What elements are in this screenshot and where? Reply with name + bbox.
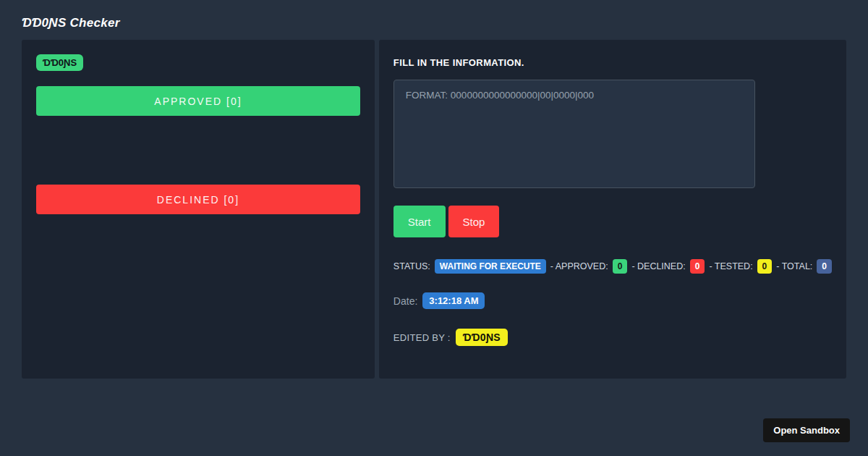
- status-state-badge: WAITING FOR EXECUTE: [435, 259, 546, 274]
- declined-list-button[interactable]: DECLINED [0]: [36, 185, 360, 214]
- edited-by-row: EDITED BY : ƊƊ0ƝS: [393, 329, 832, 346]
- edited-by-label: EDITED BY :: [393, 332, 451, 343]
- status-approved-count: 0: [613, 259, 628, 274]
- form-panel: FILL IN THE INFORMATION. Start Stop STAT…: [379, 40, 846, 379]
- edited-by-badge: ƊƊ0ƝS: [456, 329, 508, 346]
- date-label: Date:: [393, 295, 417, 307]
- status-row: STATUS: WAITING FOR EXECUTE - APPROVED: …: [393, 259, 832, 274]
- date-time-badge: 3:12:18 AM: [422, 292, 485, 309]
- status-total-label: - TOTAL:: [776, 261, 812, 271]
- open-sandbox-button[interactable]: Open Sandbox: [763, 418, 850, 442]
- brand-badge: ƊƊ0ƝS: [36, 54, 83, 71]
- results-panel: ƊƊ0ƝS APPROVED [0] DECLINED [0]: [22, 40, 375, 379]
- action-row: Start Stop: [393, 206, 832, 237]
- page-title: ƊƊ0ƝS Checker: [22, 16, 846, 30]
- stop-button[interactable]: Stop: [448, 206, 500, 237]
- start-button[interactable]: Start: [393, 206, 446, 237]
- main-content: ƊƊ0ƝS APPROVED [0] DECLINED [0] FILL IN …: [22, 40, 846, 379]
- status-declined-count: 0: [690, 259, 705, 274]
- status-approved-label: - APPROVED:: [550, 261, 608, 271]
- status-tested-count: 0: [757, 259, 773, 274]
- status-label: STATUS:: [393, 261, 430, 271]
- status-tested-label: - TESTED:: [709, 261, 752, 271]
- approved-list-button[interactable]: APPROVED [0]: [36, 86, 360, 116]
- form-heading: FILL IN THE INFORMATION.: [393, 57, 832, 68]
- status-total-count: 0: [817, 259, 832, 274]
- app-header: ƊƊ0ƝS Checker: [0, 0, 868, 40]
- status-declined-label: - DECLINED:: [631, 261, 685, 271]
- date-row: Date: 3:12:18 AM: [393, 292, 832, 309]
- cards-input[interactable]: [393, 80, 755, 188]
